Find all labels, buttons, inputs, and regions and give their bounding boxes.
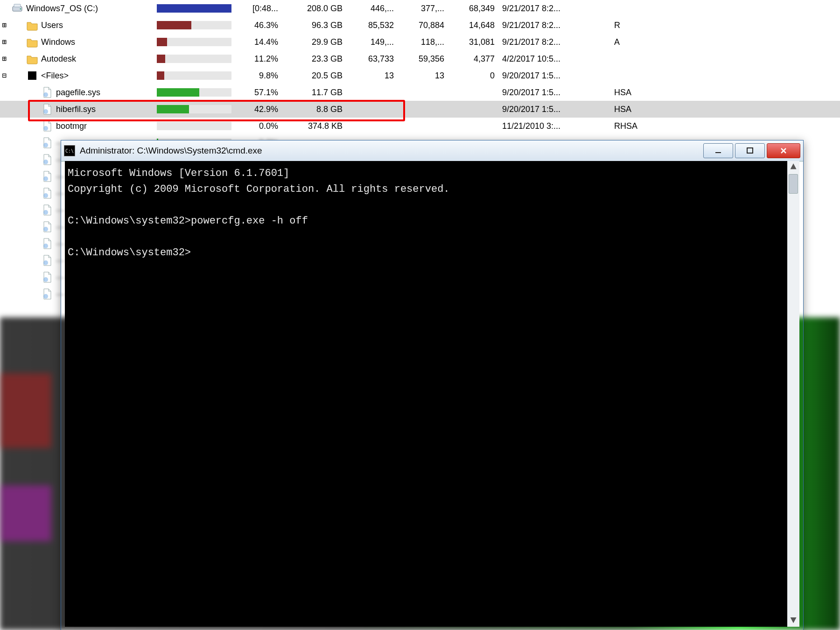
- percent-cell: 0.0%: [236, 121, 282, 131]
- svg-point-7: [43, 143, 48, 147]
- svg-point-15: [43, 277, 48, 282]
- svg-point-9: [43, 176, 48, 181]
- scroll-down-icon[interactable]: ▼: [787, 615, 799, 627]
- cmd-line: Microsoft Windows [Version 6.1.7601]: [68, 166, 797, 182]
- item-name: Windows: [41, 37, 157, 47]
- scroll-up-icon[interactable]: ▲: [787, 161, 799, 173]
- svg-point-1: [20, 8, 21, 10]
- items-cell: 4,377: [448, 54, 498, 64]
- svg-point-13: [43, 244, 48, 248]
- size-cell: 374.8 KB: [282, 121, 347, 131]
- cmd-line: [68, 197, 797, 213]
- attr-cell: RHSA: [609, 121, 656, 131]
- items-cell: 31,081: [448, 37, 498, 47]
- date-cell: 9/21/2017 8:2...: [498, 4, 609, 14]
- size-cell: 29.9 GB: [282, 37, 347, 47]
- percent-cell: [0:48...: [236, 4, 282, 14]
- date-cell: 4/2/2017 10:5...: [498, 54, 609, 64]
- usage-bar: [157, 71, 236, 80]
- percent-cell: 57.1%: [236, 88, 282, 98]
- folders-cell: 377,...: [398, 4, 448, 14]
- expand-icon[interactable]: ⊞: [0, 21, 8, 30]
- svg-point-12: [43, 227, 48, 231]
- svg-point-10: [43, 193, 48, 198]
- cmd-icon: C:\: [64, 145, 75, 156]
- cmd-body[interactable]: Microsoft Windows [Version 6.1.7601]Copy…: [65, 161, 799, 627]
- svg-rect-18: [747, 148, 753, 153]
- tree-row[interactable]: ⊞Autodesk11.2%23.3 GB63,73359,3564,3774/…: [0, 50, 840, 67]
- files-cell: 85,532: [347, 21, 398, 30]
- attr-cell: HSA: [609, 105, 656, 114]
- percent-cell: 46.3%: [236, 21, 282, 30]
- attr-cell: A: [609, 37, 656, 47]
- size-cell: 208.0 GB: [282, 4, 347, 14]
- size-cell: 20.5 GB: [282, 71, 347, 81]
- tree-row[interactable]: ·bootmgr0.0%374.8 KB11/21/2010 3:...RHSA: [0, 118, 840, 134]
- svg-rect-3: [28, 71, 36, 80]
- items-cell: 14,648: [448, 21, 498, 30]
- folders-cell: 13: [398, 71, 448, 81]
- cmd-line: Copyright (c) 2009 Microsoft Corporation…: [68, 182, 797, 197]
- collapse-icon[interactable]: ⊟: [0, 71, 8, 80]
- usage-bar: [157, 105, 236, 113]
- file-icon: [41, 120, 53, 132]
- date-cell: 11/21/2010 3:...: [498, 121, 609, 131]
- date-cell: 9/21/2017 8:2...: [498, 21, 609, 30]
- tree-row[interactable]: ·hiberfil.sys42.9%8.8 GB9/20/2017 1:5...…: [0, 101, 840, 118]
- scroll-thumb[interactable]: [789, 174, 798, 194]
- window-buttons: [701, 143, 800, 158]
- cmd-window[interactable]: C:\ Administrator: C:\Windows\System32\c…: [61, 140, 804, 630]
- items-cell: 68,349: [448, 4, 498, 14]
- files-cell: 446,...: [347, 4, 398, 14]
- folders-cell: 59,356: [398, 54, 448, 64]
- attr-cell: HSA: [609, 88, 656, 98]
- size-cell: 96.3 GB: [282, 21, 347, 30]
- file-icon: [41, 103, 53, 115]
- files-cell: 13: [347, 71, 398, 81]
- cmd-line: [68, 229, 797, 245]
- tree-row[interactable]: ⊞Users46.3%96.3 GB85,53270,88414,6489/21…: [0, 17, 840, 34]
- tree-row[interactable]: ⊟<Files>9.8%20.5 GB131309/20/2017 1:5...: [0, 67, 840, 84]
- tree-row[interactable]: ·pagefile.sys57.1%11.7 GB9/20/2017 1:5..…: [0, 84, 840, 101]
- close-button[interactable]: [767, 143, 800, 158]
- minimize-button[interactable]: [703, 143, 733, 158]
- tree-row[interactable]: ⊞Windows14.4%29.9 GB149,...118,...31,081…: [0, 34, 840, 50]
- cmd-output: Microsoft Windows [Version 6.1.7601]Copy…: [68, 166, 797, 261]
- percent-cell: 11.2%: [236, 54, 282, 64]
- svg-point-8: [43, 160, 48, 164]
- svg-point-5: [43, 109, 48, 114]
- folders-cell: 70,884: [398, 21, 448, 30]
- expand-icon[interactable]: ⊞: [0, 37, 8, 47]
- file-icon: [41, 86, 53, 98]
- folder-icon: [26, 53, 38, 65]
- svg-point-11: [43, 210, 48, 215]
- expand-icon[interactable]: ⊞: [0, 54, 8, 63]
- date-cell: 9/20/2017 1:5...: [498, 71, 609, 81]
- cmd-titlebar[interactable]: C:\ Administrator: C:\Windows\System32\c…: [61, 140, 803, 161]
- cmd-title: Administrator: C:\Windows\System32\cmd.e…: [80, 146, 701, 156]
- blackbox-icon: [26, 70, 38, 82]
- attr-cell: R: [609, 21, 656, 30]
- item-name: hiberfil.sys: [56, 105, 157, 114]
- usage-bar: [157, 122, 236, 130]
- usage-bar: [157, 38, 236, 46]
- svg-point-6: [43, 126, 48, 131]
- item-name: pagefile.sys: [56, 88, 157, 98]
- usage-bar: [157, 21, 236, 29]
- item-name: Autodesk: [41, 54, 157, 64]
- drive-icon: [11, 2, 23, 14]
- svg-rect-2: [14, 4, 21, 7]
- usage-bar: [157, 88, 236, 97]
- tree-row[interactable]: ·Windows7_OS (C:)[0:48...208.0 GB446,...…: [0, 0, 840, 17]
- cmd-line: C:\Windows\system32>: [68, 245, 797, 261]
- cmd-scrollbar[interactable]: ▲ ▼: [787, 161, 799, 627]
- cmd-line: C:\Windows\system32>powercfg.exe -h off: [68, 213, 797, 229]
- usage-bar: [157, 4, 236, 13]
- item-name: Windows7_OS (C:): [26, 4, 157, 14]
- maximize-button[interactable]: [735, 143, 765, 158]
- folder-icon: [26, 36, 38, 48]
- svg-point-16: [43, 294, 48, 299]
- size-cell: 8.8 GB: [282, 105, 347, 114]
- svg-point-14: [43, 260, 48, 265]
- item-name: bootmgr: [56, 121, 157, 131]
